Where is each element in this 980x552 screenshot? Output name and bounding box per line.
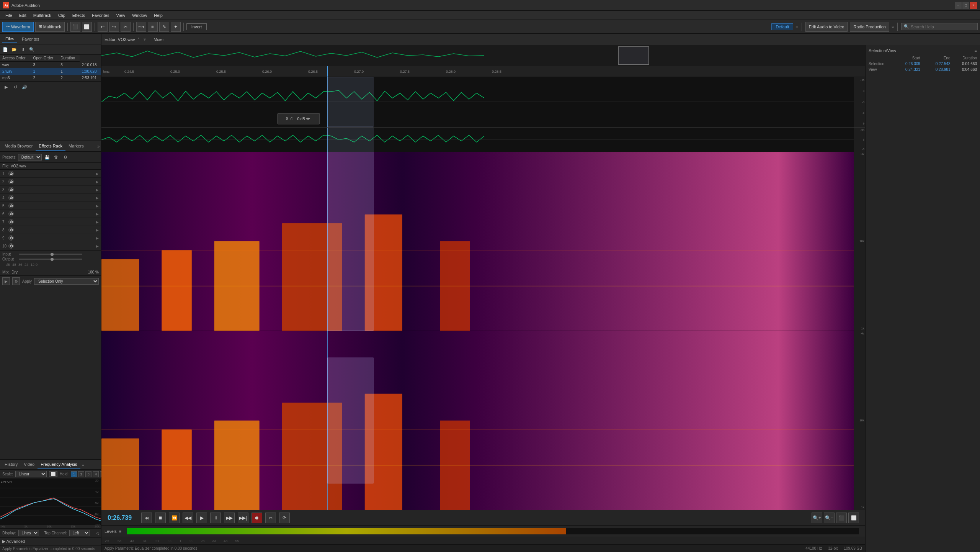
skip-sel-btn[interactable]: ⟳ (279, 513, 290, 523)
zoom-in-btn[interactable]: 🔍+ (812, 513, 822, 523)
toolbar-btn-2[interactable]: ⬜ (82, 22, 92, 32)
effect-row-1[interactable]: 1 ⏻ ▶ (0, 170, 101, 178)
effect-row-3[interactable]: 3 ⏻ ▶ (0, 186, 101, 194)
close-button[interactable]: × (970, 2, 977, 9)
workspace-button[interactable]: Default (771, 23, 793, 30)
menu-window[interactable]: Window (129, 12, 150, 18)
col-open-order[interactable]: Open Order (31, 55, 58, 62)
menu-file[interactable]: File (2, 12, 15, 18)
toolbar-btn-5[interactable]: ✂ (121, 22, 131, 32)
files-tab[interactable]: Files (2, 36, 17, 43)
play-btn[interactable]: ▶ (196, 513, 207, 523)
menu-edit[interactable]: Edit (16, 12, 29, 18)
invert-button[interactable]: Invert (186, 23, 207, 30)
effect-power-4[interactable]: ⏻ (8, 195, 14, 200)
effect-power-3[interactable]: ⏻ (8, 187, 14, 192)
search-files-btn[interactable]: 🔍 (28, 46, 36, 53)
go-end-btn[interactable]: ▶▶| (238, 513, 248, 523)
menu-help[interactable]: Help (151, 12, 166, 18)
video-tab[interactable]: Video (21, 461, 38, 468)
input-slider[interactable] (19, 254, 82, 255)
favorites-tab[interactable]: Favorites (19, 36, 42, 42)
editor-menu-icon[interactable]: ▼ (142, 37, 147, 42)
toolbar-btn-6[interactable]: ⟿ (136, 22, 146, 32)
zoom-sel-btn[interactable]: ⬛ (836, 513, 847, 523)
open-file-btn[interactable]: 📂 (10, 46, 18, 53)
scale-select[interactable]: Linear Logarithmic (15, 471, 47, 477)
menu-view[interactable]: View (113, 12, 128, 18)
effects-settings-btn[interactable]: ⚙ (62, 153, 69, 161)
import-btn[interactable]: ⬇ (19, 46, 27, 53)
col-duration[interactable]: Duration (58, 55, 79, 62)
effect-power-2[interactable]: ⏻ (8, 179, 14, 184)
apply-btn[interactable]: ▶ (2, 277, 10, 285)
more-workspaces-icon[interactable]: » (892, 25, 894, 29)
media-browser-tab[interactable]: Media Browser (2, 142, 36, 151)
toolbar-btn-1[interactable]: ⬛ (70, 22, 80, 32)
menu-clip[interactable]: Clip (55, 12, 69, 18)
zoom-full-btn[interactable]: ⬜ (848, 513, 859, 523)
file-row-3[interactable]: mp3 2 2 2:53.191 (0, 75, 101, 81)
radio-production-button[interactable]: Radio Production (850, 22, 889, 32)
toolbar-btn-7[interactable]: ≋ (148, 22, 158, 32)
go-start-btn[interactable]: ⏮ (141, 513, 152, 523)
presets-select[interactable]: Default (18, 154, 42, 161)
loop-file-btn[interactable]: ↺ (11, 83, 19, 91)
display-expand-icon[interactable]: ◁ (96, 531, 99, 536)
fwd-btn[interactable]: ▶▶ (224, 513, 235, 523)
toolbar-btn-8[interactable]: ✎ (159, 22, 169, 32)
effect-row-2[interactable]: 2 ⏻ ▶ (0, 178, 101, 186)
new-file-btn[interactable]: 📄 (2, 46, 9, 53)
freq-snapshot-btn[interactable]: ⬜ (49, 471, 57, 477)
file-row-2[interactable]: 2.wav 1 1 1:00.620 (0, 68, 101, 75)
effect-row-4[interactable]: 4 ⏻ ▶ (0, 194, 101, 202)
edit-audio-button[interactable]: Edit Audio to Video (805, 22, 848, 32)
output-slider[interactable] (19, 259, 82, 260)
effect-power-7[interactable]: ⏻ (8, 219, 14, 224)
play-file-btn[interactable]: ▶ (2, 83, 10, 91)
history-tab[interactable]: History (2, 461, 21, 468)
effect-row-7[interactable]: 7 ⏻ ▶ (0, 218, 101, 226)
col-access-order[interactable]: Access Order (0, 55, 31, 62)
search-input[interactable] (911, 25, 968, 29)
display-select[interactable]: Lines Bars (18, 530, 39, 536)
effect-row-5[interactable]: 5 ⏻ ▶ (0, 202, 101, 210)
effect-power-5[interactable]: ⏻ (8, 203, 14, 208)
waveform-button[interactable]: 〜 Waveform (2, 22, 34, 32)
menu-multitrack[interactable]: Multitrack (30, 12, 54, 18)
toolbar-btn-9[interactable]: ✦ (171, 22, 181, 32)
multitrack-button[interactable]: ⊞ Multitrack (35, 22, 65, 32)
maximize-button[interactable]: □ (962, 2, 969, 9)
effect-row-10[interactable]: 10 ⏻ ▶ (0, 242, 101, 250)
freq-settings-icon[interactable]: ≡ (82, 462, 84, 467)
rewind-btn[interactable]: ⏪ (169, 513, 180, 523)
effect-power-8[interactable]: ⏻ (8, 227, 14, 233)
effect-power-10[interactable]: ⏻ (8, 243, 14, 249)
sel-settings-icon[interactable]: ≡ (975, 48, 977, 53)
menu-favorites[interactable]: Favorites (89, 12, 112, 18)
stop-btn[interactable]: ⏹ (155, 513, 166, 523)
loop-btn[interactable]: ✂ (265, 513, 276, 523)
pause-btn[interactable]: ⏸ (210, 513, 221, 523)
save-preset-btn[interactable]: 💾 (43, 153, 51, 161)
effect-power-6[interactable]: ⏻ (8, 211, 14, 216)
effects-rack-tab[interactable]: Effects Rack (36, 142, 65, 151)
advanced-section[interactable]: ▶ Advanced (0, 537, 101, 545)
process-select[interactable]: Selection Only Entire File (34, 278, 99, 285)
top-channel-select[interactable]: Left Right (69, 530, 90, 536)
hold-3[interactable]: 3 (85, 471, 91, 477)
hold-2[interactable]: 2 (78, 471, 84, 477)
toolbar-btn-4[interactable]: ↪ (109, 22, 119, 32)
markers-tab[interactable]: Markers (65, 142, 87, 151)
file-row-1[interactable]: wav 3 3 2:10.018 (0, 62, 101, 69)
toolbar-btn-3[interactable]: ↩ (98, 22, 108, 32)
effects-expand-icon[interactable]: » (97, 144, 100, 149)
back-btn[interactable]: ◀◀ (183, 513, 193, 523)
record-btn[interactable]: ⏺ (252, 513, 262, 523)
mixer-button[interactable]: Mixer (150, 36, 168, 43)
minimize-button[interactable]: − (955, 2, 962, 9)
hold-1[interactable]: 1 (71, 471, 77, 477)
delete-preset-btn[interactable]: 🗑 (52, 153, 60, 161)
frequency-tab[interactable]: Frequency Analysis (38, 461, 80, 468)
workspace-options-icon[interactable]: ≡ (795, 25, 798, 29)
